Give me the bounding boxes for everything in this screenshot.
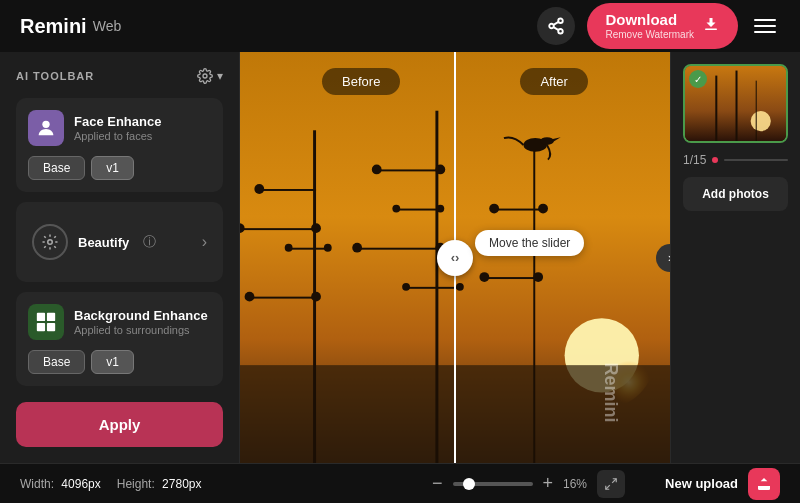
svg-rect-23	[250, 297, 317, 299]
face-enhance-info: Face Enhance Applied to faces	[28, 110, 161, 146]
svg-rect-27	[406, 287, 460, 289]
logo-web: Web	[93, 18, 122, 34]
toolbar-title: AI TOOLBAR	[16, 70, 94, 82]
face-enhance-text: Face Enhance Applied to faces	[74, 114, 161, 142]
svg-rect-58	[736, 71, 738, 141]
svg-point-41	[436, 205, 444, 213]
svg-line-3	[554, 27, 559, 30]
download-main-label: Download	[605, 11, 677, 29]
svg-rect-11	[37, 323, 45, 331]
beautify-tool: Beautify ⓘ ›	[16, 202, 223, 282]
footer-dimensions: Width: 4096px Height: 2780px	[20, 477, 201, 491]
add-photos-button[interactable]: Add photos	[683, 177, 788, 211]
height-value: 2780px	[162, 477, 201, 491]
svg-rect-20	[259, 189, 316, 191]
face-enhance-versions: Base v1	[28, 156, 211, 180]
svg-point-45	[456, 283, 464, 291]
svg-line-4	[554, 22, 559, 25]
new-upload-button[interactable]	[748, 468, 780, 500]
face-enhance-name: Face Enhance	[74, 114, 161, 129]
face-enhance-desc: Applied to faces	[74, 130, 161, 142]
bg-enhance-v1-btn[interactable]: v1	[91, 350, 134, 374]
bg-enhance-tool: Background Enhance Applied to surroundin…	[16, 292, 223, 386]
apply-button[interactable]: Apply	[16, 402, 223, 447]
svg-rect-59	[756, 81, 757, 141]
svg-point-33	[311, 223, 321, 233]
svg-point-37	[311, 292, 321, 302]
svg-point-38	[372, 165, 382, 175]
svg-point-6	[203, 74, 207, 78]
face-enhance-tool: Face Enhance Applied to faces Base v1	[16, 98, 223, 192]
comparison-slider-handle[interactable]: ‹›	[437, 240, 473, 276]
fit-button[interactable]	[597, 470, 625, 498]
beautify-arrow[interactable]: ›	[202, 233, 207, 251]
photo-count: 1/15	[683, 153, 788, 167]
svg-point-34	[285, 244, 293, 252]
svg-point-50	[479, 272, 489, 282]
svg-point-2	[559, 29, 564, 34]
svg-rect-25	[396, 209, 440, 211]
menu-button[interactable]	[750, 15, 780, 37]
bg-enhance-info: Background Enhance Applied to surroundin…	[28, 304, 208, 340]
image-viewer: Before After ‹› Move the slider Remini ›	[240, 52, 670, 463]
svg-rect-21	[240, 228, 316, 230]
beautify-info-icon[interactable]: ⓘ	[143, 233, 156, 251]
svg-rect-26	[357, 248, 440, 250]
main-content: AI TOOLBAR ▾ Face En	[0, 52, 800, 463]
svg-point-42	[352, 243, 362, 253]
toolbar-header: AI TOOLBAR ▾	[16, 68, 223, 84]
svg-line-60	[612, 478, 616, 482]
beautify-row: Beautify ⓘ ›	[28, 214, 211, 270]
footer: Width: 4096px Height: 2780px − + 16% New…	[0, 463, 800, 503]
download-button[interactable]: Download Remove Watermark	[587, 3, 738, 49]
slider-tooltip: Move the slider	[475, 230, 584, 256]
logo: Remini Web	[20, 15, 121, 38]
svg-point-36	[245, 292, 255, 302]
svg-point-53	[540, 137, 554, 145]
beautify-icon	[32, 224, 68, 260]
zoom-controls: − + 16%	[432, 470, 625, 498]
width-value: 4096px	[61, 477, 100, 491]
svg-rect-28	[494, 209, 543, 211]
svg-rect-10	[47, 313, 55, 321]
header-right: Download Remove Watermark	[537, 3, 780, 49]
menu-line-1	[754, 19, 776, 21]
zoom-in-button[interactable]: +	[543, 473, 554, 494]
bg-enhance-base-btn[interactable]: Base	[28, 350, 85, 374]
download-sub-label: Remove Watermark	[605, 29, 694, 41]
svg-point-31	[254, 184, 264, 194]
bg-enhance-desc: Applied to surroundings	[74, 324, 208, 336]
zoom-thumb	[463, 478, 475, 490]
width-label: Width: 4096px	[20, 477, 101, 491]
zoom-out-button[interactable]: −	[432, 473, 443, 494]
share-button[interactable]	[537, 7, 575, 45]
count-progress-bar	[724, 159, 788, 161]
new-upload-area: New upload	[665, 468, 780, 500]
svg-point-7	[42, 121, 49, 128]
svg-point-51	[533, 272, 543, 282]
photo-count-text: 1/15	[683, 153, 706, 167]
bg-enhance-text: Background Enhance Applied to surroundin…	[74, 308, 208, 336]
svg-rect-22	[289, 248, 328, 250]
face-enhance-icon	[28, 110, 64, 146]
svg-point-40	[392, 205, 400, 213]
svg-rect-57	[715, 76, 717, 141]
bg-enhance-versions: Base v1	[28, 350, 211, 374]
menu-line-2	[754, 25, 776, 27]
settings-icon[interactable]: ▾	[197, 68, 223, 84]
photo-thumbnail[interactable]: ✓	[683, 64, 788, 143]
bg-enhance-icon	[28, 304, 64, 340]
download-icon	[702, 15, 720, 38]
zoom-value: 16%	[563, 477, 587, 491]
download-btn-text: Download Remove Watermark	[605, 11, 694, 41]
beautify-left: Beautify ⓘ	[32, 224, 156, 260]
face-enhance-v1-btn[interactable]: v1	[91, 156, 134, 180]
image-background: Before After ‹› Move the slider Remini ›	[240, 52, 670, 463]
svg-point-44	[402, 283, 410, 291]
svg-point-35	[324, 244, 332, 252]
face-enhance-base-btn[interactable]: Base	[28, 156, 85, 180]
zoom-slider[interactable]	[453, 482, 533, 486]
svg-point-1	[550, 24, 555, 29]
svg-rect-12	[47, 323, 55, 331]
svg-point-46	[489, 204, 499, 214]
